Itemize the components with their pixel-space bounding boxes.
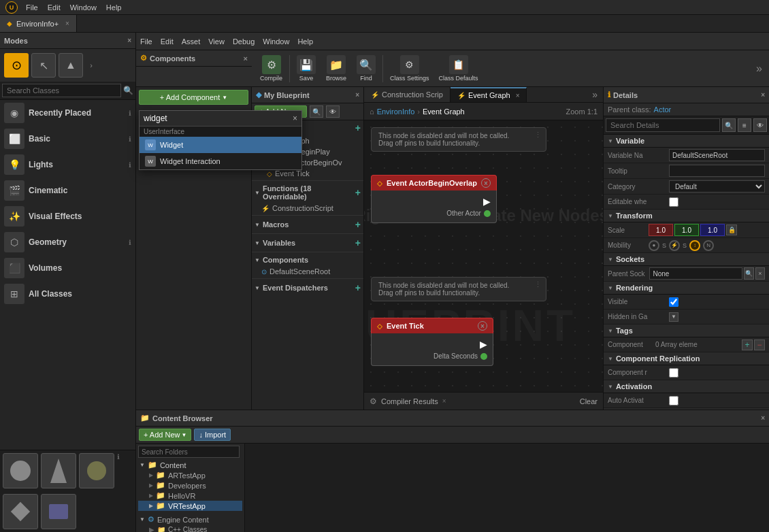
class-settings-button[interactable]: ⚙ Class Settings [386, 52, 433, 84]
widget-item-widget[interactable]: W Widget [140, 137, 301, 153]
parent-sock-clear[interactable]: × [755, 267, 765, 280]
editor-menu-help[interactable]: Help [297, 37, 313, 46]
editor-menu-edit[interactable]: Edit [161, 37, 174, 46]
thumbnail-5[interactable] [41, 494, 76, 529]
hidden-dropdown[interactable]: ▼ [669, 312, 678, 322]
mob-extra[interactable]: N [703, 240, 714, 251]
tags-add[interactable]: + [742, 339, 753, 350]
compile-button[interactable]: ⚙ Compile [256, 52, 287, 84]
node-close[interactable]: × [481, 178, 491, 188]
add-component-button[interactable]: + Add Component ▼ [139, 90, 248, 105]
event-tick-node[interactable]: ◇ Event Tick × ▶ Delta Seconds [371, 318, 493, 366]
transform-section-header[interactable]: ▼ Transform [604, 210, 769, 222]
blueprint-graph[interactable]: Right-Click to Create New Nodes. BLUEPRI… [364, 120, 603, 392]
mybp-search-btn[interactable]: 🔍 [310, 105, 323, 118]
editor-menu-file[interactable]: File [140, 37, 152, 46]
functions-section[interactable]: ▼ Functions (18 Overridable) + [252, 182, 363, 203]
cb-add-new[interactable]: + Add New ▼ [139, 429, 191, 441]
category-volumes[interactable]: ⬛ Volumes [0, 255, 135, 281]
category-basic[interactable]: ⬜ Basic ℹ [0, 126, 135, 152]
tab-construction-script[interactable]: ⚡ Construction Scrip [364, 87, 451, 102]
scale-z[interactable] [700, 224, 725, 236]
search-details-btn[interactable]: 🔍 [722, 118, 736, 132]
components-panel-tab[interactable]: ⚙ Components × [136, 50, 252, 67]
visible-checkbox[interactable] [669, 297, 678, 307]
folder-hellovr[interactable]: ▶ 📁 HelloVR [138, 491, 242, 501]
var-name-input[interactable] [669, 149, 765, 161]
menu-edit[interactable]: Edit [44, 3, 65, 12]
functions-add[interactable]: + [355, 187, 361, 198]
editor-menu-view[interactable]: View [208, 37, 225, 46]
comp-rep-checkbox[interactable] [669, 368, 678, 378]
scale-y[interactable] [674, 224, 699, 236]
clear-button[interactable]: Clear [580, 397, 598, 405]
parent-class-value[interactable]: Actor [654, 105, 672, 114]
event-actor-begin-overlap-node[interactable]: ◇ Event ActorBeginOverlap × ▶ Other Acto… [371, 175, 497, 223]
comp-rep-header[interactable]: ▼ Component Replication [604, 352, 769, 365]
search-details-input[interactable] [606, 118, 720, 132]
more-tabs-btn[interactable]: » [587, 87, 603, 102]
tab-close[interactable]: × [65, 20, 69, 27]
widget-search-input[interactable] [140, 111, 289, 126]
macros-add[interactable]: + [355, 219, 361, 230]
category-all-classes[interactable]: ⊞ All Classes [0, 281, 135, 307]
mob-static[interactable]: ● [649, 240, 659, 251]
info-btn-1[interactable]: ℹ [117, 453, 120, 461]
menu-help[interactable]: Help [102, 3, 126, 12]
mode-landscape[interactable]: ▲ [59, 53, 83, 78]
category-cinematic[interactable]: 🎬 Cinematic [0, 178, 135, 203]
parent-sock-input[interactable] [649, 267, 742, 280]
expand-modes[interactable]: › [86, 53, 97, 78]
cpp-classes-item[interactable]: ▶ 📁 C++ Classes [138, 525, 242, 532]
variables-section[interactable]: ▼ Variables + [252, 235, 363, 250]
activation-header[interactable]: ▼ Activation [604, 380, 769, 393]
default-scene-root-item[interactable]: ⊙ DefaultSceneRoot [252, 266, 363, 277]
mybp-close[interactable]: × [355, 91, 359, 99]
scale-lock[interactable]: 🔒 [726, 225, 737, 235]
scale-x[interactable] [649, 224, 673, 236]
event-graph-close[interactable]: × [516, 92, 520, 99]
details-eye-btn[interactable]: 👁 [753, 118, 767, 132]
parent-sock-search[interactable]: 🔍 [744, 267, 753, 280]
mob-stationary[interactable]: ⚡ [669, 240, 680, 251]
engine-content-section[interactable]: ▼ ⚙ Engine Content [138, 514, 242, 525]
thumbnail-4[interactable] [3, 494, 38, 529]
folder-vrtestapp[interactable]: ▶ 📁 VRTestApp [138, 501, 242, 511]
tags-remove[interactable]: − [754, 339, 765, 350]
editor-tab-environinfo[interactable]: ◆ EnvironInfo+ × [0, 15, 77, 32]
compiler-tab-label[interactable]: Compiler Results [381, 397, 438, 405]
components-section[interactable]: ▼ Components [252, 254, 363, 266]
editor-menu-debug[interactable]: Debug [233, 37, 255, 46]
thumbnail-2[interactable] [41, 453, 76, 488]
menu-window[interactable]: Window [66, 3, 101, 12]
cb-close[interactable]: × [761, 414, 765, 422]
mode-select[interactable]: ↖ [31, 53, 56, 78]
folder-developers[interactable]: ▶ 📁 Developers [138, 480, 242, 491]
mybp-view-btn[interactable]: 👁 [326, 105, 340, 118]
disabled-note-1-close[interactable]: ⋮ [534, 131, 542, 139]
auto-activat-checkbox[interactable] [669, 396, 678, 405]
components-close[interactable]: × [244, 54, 248, 63]
save-button[interactable]: 💾 Save [293, 52, 320, 84]
menu-file[interactable]: File [22, 3, 42, 12]
cb-import[interactable]: ↓ Import [194, 429, 231, 441]
find-button[interactable]: 🔍 Find [353, 52, 380, 84]
editor-menu-asset[interactable]: Asset [182, 37, 201, 46]
macros-section[interactable]: ▼ Macros + [252, 217, 363, 232]
disabled-note-2-close[interactable]: ⋮ [534, 280, 542, 289]
variables-add[interactable]: + [355, 237, 361, 248]
category-select[interactable]: Default [669, 180, 765, 193]
modes-close[interactable]: × [127, 37, 131, 44]
details-list-view[interactable]: ≡ [738, 118, 751, 132]
mob-movable[interactable]: ↕ [689, 240, 700, 251]
more-toolbar[interactable]: » [752, 63, 766, 75]
sockets-header[interactable]: ▼ Sockets [604, 253, 769, 266]
breadcrumb-root[interactable]: EnvironInfo [377, 107, 415, 116]
category-visual-effects[interactable]: ✨ Visual Effects [0, 203, 135, 229]
tab-event-graph[interactable]: ⚡ Event Graph × [451, 87, 527, 102]
graphs-add[interactable]: + [355, 122, 361, 133]
mode-place[interactable]: ⊙ [4, 53, 29, 78]
editable-checkbox[interactable] [669, 197, 678, 207]
details-close[interactable]: × [761, 91, 765, 99]
compiler-close[interactable]: × [442, 397, 446, 405]
